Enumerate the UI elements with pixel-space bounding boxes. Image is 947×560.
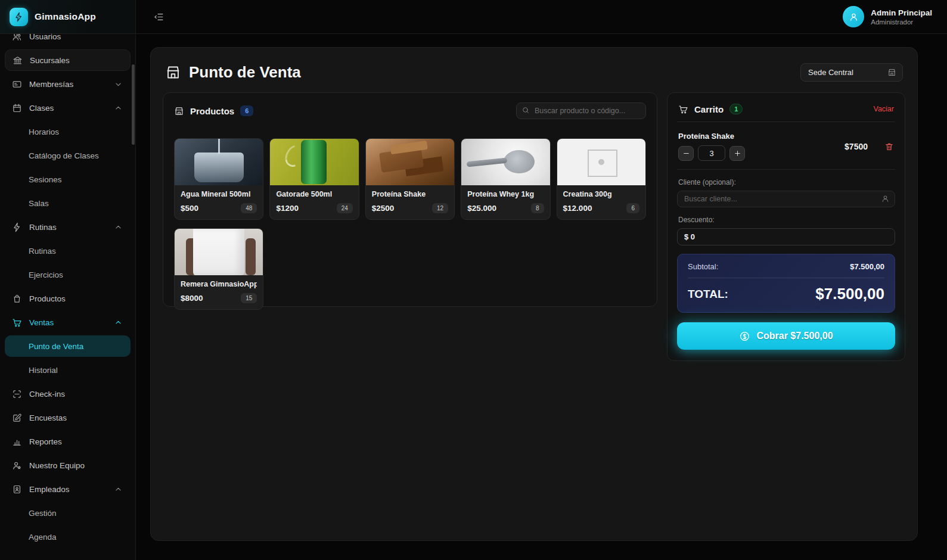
- qty-increase-button[interactable]: [729, 146, 745, 161]
- sidebar-item[interactable]: Encuestas: [5, 407, 131, 428]
- membership-card-icon: [12, 79, 22, 89]
- water-product-image: [175, 139, 263, 185]
- product-stock-badge: 24: [337, 203, 353, 213]
- placeholder-product-image: [557, 139, 645, 185]
- sidebar-item-label: Check-ins: [29, 390, 65, 399]
- product-card[interactable]: Agua Mineral 500ml $500 48: [174, 138, 263, 220]
- remove-item-button[interactable]: [884, 142, 894, 151]
- sidebar-item[interactable]: Empleados: [5, 478, 131, 500]
- sidebar-item[interactable]: Check-ins: [5, 383, 131, 405]
- product-card[interactable]: Proteína Shake $2500 12: [365, 138, 455, 220]
- sidebar-item[interactable]: Sucursales: [5, 49, 131, 71]
- bank-icon: [13, 55, 23, 66]
- product-card[interactable]: Proteína Whey 1kg $25.000 8: [461, 138, 550, 220]
- product-card[interactable]: Remera GimnasioApp $8000 15: [174, 228, 263, 310]
- avatar: [843, 6, 864, 27]
- product-name: Proteína Shake: [372, 190, 448, 198]
- sidebar-item[interactable]: Clases: [5, 97, 131, 119]
- product-price: $500: [181, 204, 198, 213]
- user-name: Admin Principal: [871, 8, 932, 17]
- chocolate-product-image: [366, 139, 454, 185]
- bolt-icon: [12, 222, 22, 232]
- sidebar-item-label: Sucursales: [30, 56, 70, 65]
- sidebar-item[interactable]: Rutinas: [5, 216, 131, 238]
- sidebar-item[interactable]: Historial: [5, 359, 131, 381]
- product-price: $1200: [276, 204, 299, 213]
- chevron-up-icon: [113, 222, 123, 232]
- cart-clear-button[interactable]: Vaciar: [873, 105, 894, 113]
- sidebar-item[interactable]: Membresías: [5, 73, 131, 95]
- sidebar-collapse-button[interactable]: [154, 12, 164, 22]
- shopping-bag-icon: [12, 294, 22, 304]
- sidebar-item[interactable]: Salas: [5, 192, 131, 214]
- pos-panel: Punto de Venta Sede Central Productos 6: [150, 47, 918, 541]
- branch-select[interactable]: Sede Central: [800, 63, 903, 82]
- sports-drink-product-image: [270, 139, 358, 185]
- powder-product-image: [461, 139, 549, 185]
- sidebar-item[interactable]: Productos: [5, 288, 131, 309]
- topbar: Admin Principal Administrador: [136, 0, 947, 34]
- product-card[interactable]: Creatina 300g $12.000 6: [557, 138, 646, 220]
- bolt-icon: [14, 12, 24, 22]
- sidebar-item[interactable]: Reportes: [5, 431, 131, 452]
- sidebar-item[interactable]: Usuarios: [5, 34, 131, 47]
- product-search-input[interactable]: [516, 102, 646, 119]
- sidebar-item[interactable]: Ventas: [5, 312, 131, 333]
- team-icon: [12, 461, 22, 471]
- sidebar-item-label: Ventas: [29, 318, 54, 327]
- tshirt-product-image: [175, 229, 263, 275]
- main-column: Admin Principal Administrador Punto de V…: [136, 0, 947, 560]
- brand-header: GimnasioApp: [0, 0, 135, 34]
- product-stock-badge: 48: [241, 203, 257, 213]
- sidebar-item-label: Usuarios: [29, 34, 61, 41]
- sidebar-item-label: Reportes: [29, 437, 62, 446]
- qty-input[interactable]: [698, 145, 725, 161]
- minus-icon: [682, 150, 690, 157]
- product-grid: Agua Mineral 500ml $500 48: [174, 138, 646, 310]
- brand-logo: [10, 8, 28, 26]
- product-stock-badge: 12: [432, 203, 448, 213]
- sidebar-item[interactable]: Nuestro Equipo: [5, 455, 131, 476]
- charge-button[interactable]: Cobrar $7.500,00: [677, 322, 895, 350]
- users-icon: [12, 34, 22, 42]
- products-title: Productos: [190, 106, 234, 116]
- sidebar-item-label: Empleados: [29, 485, 70, 494]
- product-name: Proteína Whey 1kg: [467, 190, 544, 198]
- sidebar-item-label: Nuestro Equipo: [29, 461, 85, 470]
- product-price: $2500: [372, 204, 395, 213]
- store-icon: [887, 68, 896, 77]
- chevron-down-icon: [113, 79, 123, 89]
- sidebar-item[interactable]: Rutinas: [5, 240, 131, 262]
- product-stock-badge: 8: [531, 203, 544, 213]
- product-price: $12.000: [563, 204, 592, 213]
- sidebar-item[interactable]: Agenda: [5, 526, 131, 547]
- sidebar-item-label: Encuestas: [29, 413, 67, 422]
- products-count-badge: 6: [240, 105, 253, 116]
- plus-icon: [734, 150, 741, 157]
- discount-input[interactable]: [677, 228, 895, 245]
- chevron-up-icon: [113, 318, 123, 328]
- sidebar-item[interactable]: Horarios: [5, 121, 131, 142]
- product-card[interactable]: Gatorade 500ml $1200 24: [269, 138, 359, 220]
- sidebar-item-label: Ejercicios: [29, 270, 63, 279]
- sidebar-item[interactable]: Gestión: [5, 502, 131, 524]
- sidebar-item[interactable]: Ejercicios: [5, 264, 131, 285]
- product-name: Creatina 300g: [563, 190, 639, 198]
- cart-items: Proteína Shake $7500: [677, 122, 895, 170]
- sidebar-item[interactable]: Sesiones: [5, 169, 131, 190]
- sidebar-item[interactable]: Punto de Venta: [5, 335, 131, 357]
- totals-box: Subtotal: $7.500,00 TOTAL: $7.500,00: [677, 254, 895, 313]
- products-panel: Productos 6 Agua Mi: [163, 92, 657, 307]
- qty-decrease-button[interactable]: [678, 146, 694, 161]
- collapse-icon: [154, 12, 164, 22]
- chevron-up-icon: [113, 103, 123, 113]
- client-search-input[interactable]: [677, 191, 895, 207]
- sidebar: GimnasioApp Usuarios Sucursales Membresí…: [0, 0, 136, 560]
- user-menu[interactable]: Admin Principal Administrador: [843, 6, 932, 27]
- product-name: Agua Mineral 500ml: [181, 190, 257, 198]
- page-title: Punto de Venta: [165, 63, 301, 82]
- cart-title: Carrito: [694, 104, 724, 114]
- sidebar-item-label: Punto de Venta: [29, 342, 83, 351]
- sidebar-item[interactable]: Catálogo de Clases: [5, 145, 131, 166]
- sidebar-scrollbar[interactable]: [132, 64, 135, 145]
